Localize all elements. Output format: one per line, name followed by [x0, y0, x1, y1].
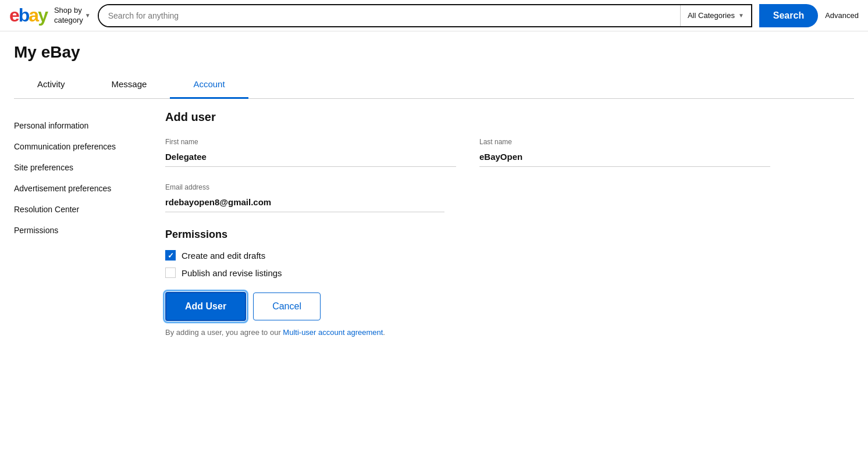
- add-user-button[interactable]: Add User: [165, 292, 246, 321]
- logo-a: a: [29, 5, 38, 26]
- permission-publish-listings[interactable]: Publish and revise listings: [165, 267, 770, 278]
- shop-by-category-button[interactable]: Shop bycategory ▼: [54, 6, 91, 26]
- last-name-field: Last name: [479, 138, 770, 167]
- cancel-button[interactable]: Cancel: [253, 293, 321, 320]
- tab-activity[interactable]: Activity: [14, 71, 88, 99]
- sidebar-item-personal-information[interactable]: Personal information: [14, 115, 130, 136]
- permission-create-drafts[interactable]: Create and edit drafts: [165, 250, 770, 261]
- search-bar: All Categories ▼: [98, 4, 752, 27]
- multi-user-agreement-link[interactable]: Multi-user account agreement: [283, 328, 383, 337]
- form-title: Add user: [165, 110, 770, 124]
- ebay-logo[interactable]: ebay: [9, 5, 47, 26]
- sidebar-item-advertisement-preferences[interactable]: Advertisement preferences: [14, 178, 130, 199]
- permission-publish-listings-label: Publish and revise listings: [182, 268, 282, 278]
- tabs-nav: Activity Message Account: [14, 71, 854, 99]
- first-name-label: First name: [165, 138, 456, 146]
- search-input[interactable]: [99, 5, 680, 26]
- button-row: Add User Cancel: [165, 292, 770, 321]
- permissions-section: Permissions Create and edit drafts Publi…: [165, 229, 770, 278]
- search-button[interactable]: Search: [759, 4, 818, 27]
- checkbox-create-drafts[interactable]: [165, 250, 176, 261]
- last-name-input[interactable]: [479, 149, 770, 167]
- last-name-label: Last name: [479, 138, 770, 146]
- advanced-link[interactable]: Advanced: [825, 11, 859, 20]
- agreement-period: .: [383, 328, 385, 337]
- name-row: First name Last name: [165, 138, 770, 167]
- first-name-input[interactable]: [165, 149, 456, 167]
- permission-create-drafts-label: Create and edit drafts: [182, 251, 265, 261]
- page-content: My eBay Activity Message Account Persona…: [0, 43, 868, 337]
- sidebar-item-site-preferences[interactable]: Site preferences: [14, 157, 130, 178]
- chevron-down-icon: ▼: [85, 12, 91, 19]
- checkbox-publish-listings[interactable]: [165, 267, 176, 278]
- chevron-down-icon: ▼: [738, 12, 744, 19]
- logo-y: y: [38, 5, 47, 26]
- email-input[interactable]: [165, 195, 444, 212]
- first-name-field: First name: [165, 138, 456, 167]
- tab-message[interactable]: Message: [88, 71, 170, 99]
- agreement-text: By adding a user, you agree to our Multi…: [165, 328, 770, 337]
- tab-account[interactable]: Account: [170, 71, 248, 99]
- logo-b: b: [19, 5, 29, 26]
- shop-by-category-label: Shop bycategory: [54, 6, 83, 26]
- main-layout: Personal information Communication prefe…: [14, 110, 854, 337]
- sidebar-item-permissions[interactable]: Permissions: [14, 220, 130, 241]
- agreement-prefix: By adding a user, you agree to our: [165, 328, 283, 337]
- permissions-title: Permissions: [165, 229, 770, 241]
- sidebar-item-communication-preferences[interactable]: Communication preferences: [14, 136, 130, 157]
- add-user-form: Add user First name Last name Email addr…: [130, 110, 770, 337]
- category-select[interactable]: All Categories ▼: [680, 5, 751, 26]
- logo-e: e: [9, 5, 19, 26]
- header: ebay Shop bycategory ▼ All Categories ▼ …: [0, 0, 868, 31]
- category-label: All Categories: [688, 11, 735, 20]
- email-field: Email address: [165, 183, 444, 212]
- email-row: Email address: [165, 183, 770, 212]
- sidebar-item-resolution-center[interactable]: Resolution Center: [14, 199, 130, 220]
- email-label: Email address: [165, 183, 444, 191]
- sidebar: Personal information Communication prefe…: [14, 110, 130, 337]
- page-title: My eBay: [14, 43, 854, 62]
